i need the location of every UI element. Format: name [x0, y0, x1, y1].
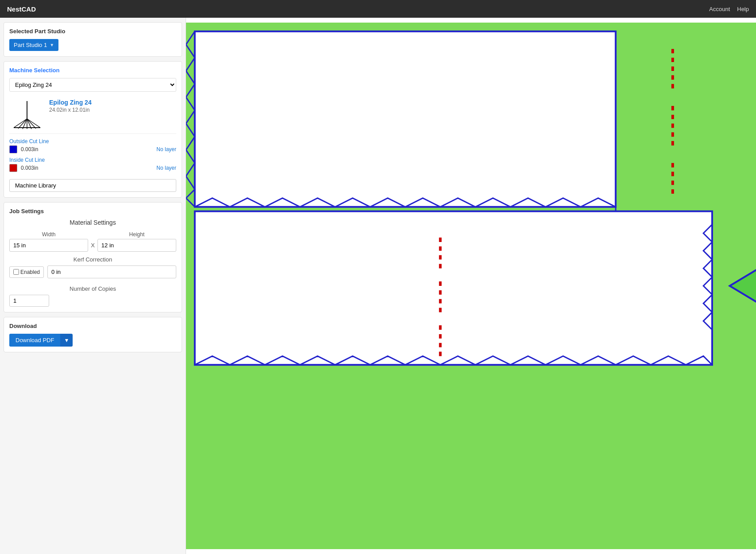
kerf-enabled-label[interactable]: Enabled	[9, 266, 44, 278]
job-settings-section: Job Settings Material Settings Width X H…	[4, 202, 182, 312]
nesting-canvas-svg	[186, 18, 756, 554]
outside-cut-line-label: Outside Cut Line	[9, 138, 176, 144]
machine-library-button[interactable]: Machine Library	[9, 179, 176, 192]
top-navigation: NestCAD Account Help	[0, 0, 756, 18]
laser-machine-icon	[12, 99, 43, 130]
part-studio-dropdown-arrow: ▼	[50, 43, 54, 47]
outside-cut-thickness: 0.003in	[21, 146, 38, 152]
inside-cut-line-label: Inside Cut Line	[9, 157, 176, 163]
outside-cut-line-block: Outside Cut Line 0.003in No layer	[9, 138, 176, 153]
download-pdf-button[interactable]: Download PDF	[9, 334, 60, 347]
kerf-enabled-checkbox[interactable]	[13, 269, 19, 275]
x-separator: X	[91, 235, 95, 249]
kerf-section: Kerf Correction Enabled	[9, 256, 176, 278]
outside-cut-layer: No layer	[156, 146, 176, 152]
selected-part-studio-title: Selected Part Studio	[9, 28, 176, 35]
outside-cut-line-details: 0.003in No layer	[9, 145, 176, 153]
machine-selection-section: Machine Selection Epilog Zing 24	[4, 61, 182, 198]
inside-cut-layer: No layer	[156, 165, 176, 171]
nav-help-link[interactable]: Help	[737, 6, 749, 12]
copies-input[interactable]	[9, 295, 49, 307]
inside-cut-line-block: Inside Cut Line 0.003in No layer	[9, 157, 176, 172]
selected-part-studio-section: Selected Part Studio Part Studio 1 ▼	[4, 22, 182, 57]
copies-section: Number of Copies	[9, 285, 176, 307]
machine-name: Epilog Zing 24	[49, 99, 92, 106]
machine-icon-wrapper	[9, 99, 45, 130]
canvas-area	[186, 18, 756, 554]
width-field-group: Width	[9, 231, 88, 252]
width-input[interactable]	[9, 239, 88, 252]
part-studio-dropdown[interactable]: Part Studio 1 ▼	[9, 39, 58, 51]
kerf-title: Kerf Correction	[9, 256, 176, 263]
inside-cut-color-swatch[interactable]	[9, 164, 17, 172]
cut-lines-section: Outside Cut Line 0.003in No layer Inside…	[9, 138, 176, 172]
main-layout: Selected Part Studio Part Studio 1 ▼ Mac…	[0, 18, 756, 554]
job-settings-title: Job Settings	[9, 208, 176, 215]
nav-account-link[interactable]: Account	[709, 6, 730, 12]
kerf-value-input[interactable]	[47, 265, 176, 278]
inside-cut-thickness: 0.003in	[21, 165, 38, 171]
kerf-enabled-text: Enabled	[20, 269, 40, 275]
sidebar: Selected Part Studio Part Studio 1 ▼ Mac…	[0, 18, 186, 554]
outside-cut-color-swatch[interactable]	[9, 145, 17, 153]
nav-links: Account Help	[709, 6, 749, 12]
material-bottom	[195, 211, 712, 365]
machine-info-card: Epilog Zing 24 24.02in x 12.01in	[9, 95, 176, 134]
material-settings-title: Material Settings	[9, 219, 176, 226]
material-top	[195, 31, 616, 207]
width-label: Width	[9, 231, 88, 238]
app-brand: NestCAD	[7, 5, 36, 13]
material-grid: Width X Height	[9, 231, 176, 252]
copies-title: Number of Copies	[9, 285, 176, 292]
height-field-group: Height	[97, 231, 176, 252]
machine-selection-title: Machine Selection	[9, 67, 176, 74]
kerf-row: Enabled	[9, 265, 176, 278]
download-btn-group: Download PDF ▼	[9, 334, 176, 347]
inside-cut-line-details: 0.003in No layer	[9, 164, 176, 172]
download-title: Download	[9, 323, 176, 329]
machine-details: Epilog Zing 24 24.02in x 12.01in	[49, 99, 92, 113]
download-pdf-arrow-button[interactable]: ▼	[60, 334, 73, 347]
height-label: Height	[97, 231, 176, 238]
machine-select-dropdown[interactable]: Epilog Zing 24	[9, 78, 176, 92]
machine-dims: 24.02in x 12.01in	[49, 107, 92, 113]
height-input[interactable]	[97, 239, 176, 252]
download-section: Download Download PDF ▼	[4, 317, 182, 352]
part-studio-dropdown-label: Part Studio 1	[14, 42, 47, 48]
